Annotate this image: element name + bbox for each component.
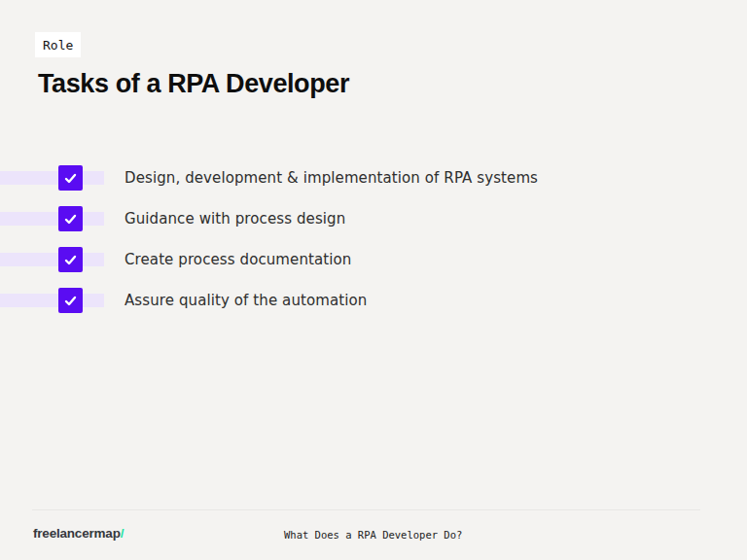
- highlight-bar: [0, 294, 104, 307]
- logo-slash: /: [121, 526, 124, 541]
- checklist-item: Assure quality of the automation: [0, 288, 747, 313]
- checklist-item-label: Create process documentation: [124, 251, 351, 268]
- checkmark-icon: [63, 253, 78, 267]
- checkbox: [58, 165, 83, 191]
- checkbox: [58, 288, 83, 313]
- checklist-item-label: Design, development & implementation of …: [124, 169, 538, 187]
- checkbox: [58, 247, 83, 272]
- checklist-item: Design, development & implementation of …: [0, 165, 747, 191]
- footer-divider: [32, 509, 700, 510]
- checklist: Design, development & implementation of …: [0, 165, 747, 329]
- role-badge: Role: [35, 32, 81, 57]
- checkmark-icon: [63, 171, 78, 186]
- checklist-item: Create process documentation: [0, 247, 747, 272]
- slide: Role Tasks of a RPA Developer Design, de…: [0, 0, 747, 560]
- checkbox: [58, 206, 83, 231]
- highlight-bar: [0, 171, 104, 185]
- footer-caption: What Does a RPA Developer Do?: [284, 529, 462, 541]
- checklist-item: Guidance with process design: [0, 206, 747, 231]
- checkmark-icon: [63, 212, 78, 227]
- logo-text: freelancermap: [33, 526, 121, 541]
- highlight-bar: [0, 253, 104, 266]
- checklist-item-label: Guidance with process design: [124, 210, 345, 228]
- checklist-item-label: Assure quality of the automation: [124, 292, 367, 309]
- checkmark-icon: [63, 294, 78, 308]
- highlight-bar: [0, 212, 104, 226]
- freelancermap-logo: freelancermap/: [33, 526, 124, 541]
- page-title: Tasks of a RPA Developer: [38, 69, 349, 99]
